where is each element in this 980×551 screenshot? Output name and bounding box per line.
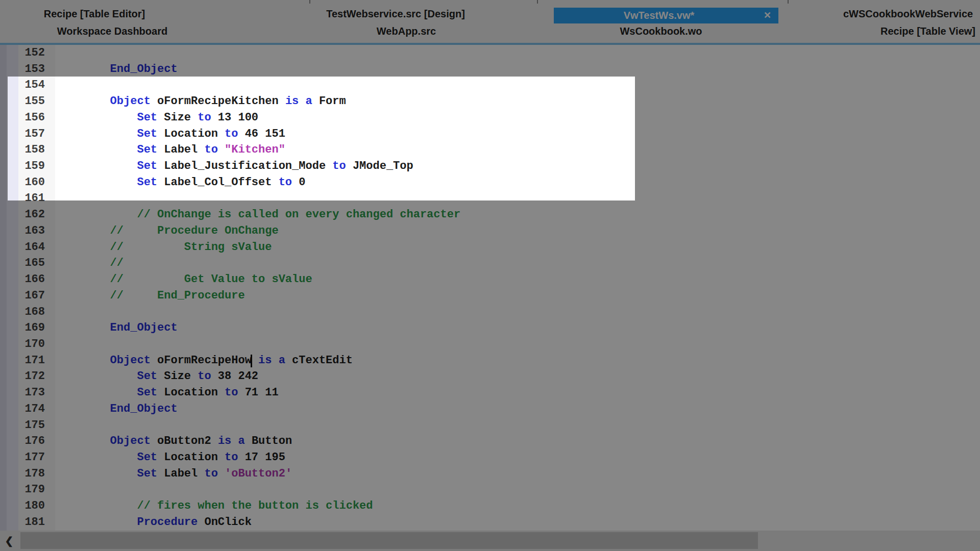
code-token-n: 17 195 [245, 451, 285, 464]
line-number: 175 [0, 417, 55, 434]
code-token-k: is a [285, 95, 319, 108]
line-number: 164 [0, 239, 55, 256]
code-line[interactable]: 163 // Procedure OnChange [0, 223, 980, 239]
code-line[interactable]: 152 [0, 45, 980, 61]
code-line[interactable]: 165 // [0, 255, 980, 271]
tab-wscookbook-wo[interactable]: WsCookbook.wo [620, 26, 702, 37]
line-number: 158 [0, 142, 55, 158]
code-token-k: End_Object [56, 321, 178, 334]
code-token-i: Label_Justification_Mode [164, 160, 332, 172]
horizontal-scrollbar[interactable]: ❮ [0, 531, 980, 551]
code-line[interactable]: 160 Set Label_Col_Offset to 0 [0, 174, 980, 191]
code-line[interactable]: 172 Set Size to 38 242 [0, 368, 980, 385]
code-line[interactable]: 153 End_Object [0, 61, 980, 78]
tab-cwscookbook-webservice[interactable]: cWSCookbookWebService [843, 8, 973, 20]
code-line-text: Set Label_Justification_Mode to JMode_To… [55, 158, 413, 174]
code-line[interactable]: 156 Set Size to 13 100 [0, 110, 980, 126]
code-line[interactable]: 166 // Get Value to sValue [0, 271, 980, 288]
code-token-k: Set [56, 176, 164, 189]
code-line[interactable]: 179 [0, 482, 980, 498]
code-token-n: 13 100 [218, 111, 258, 124]
code-token-k: Object [56, 95, 157, 108]
code-line[interactable]: 171 Object oFormRecipeHow is a cTextEdit [0, 353, 980, 369]
code-line[interactable]: 161 [0, 190, 980, 207]
code-token-k: Object [56, 354, 157, 367]
code-token-n: 46 151 [245, 128, 285, 140]
code-token-k: to [279, 176, 299, 189]
code-token-i: Size [164, 370, 198, 383]
code-token-k: Set [56, 143, 164, 156]
code-line[interactable]: 169 End_Object [0, 320, 980, 336]
code-line[interactable]: 167 // End_Procedure [0, 288, 980, 304]
code-token-k: Set [56, 111, 164, 124]
code-token-c: // Procedure OnChange [56, 224, 279, 237]
code-token-i: Location [164, 386, 225, 399]
line-number: 160 [0, 174, 55, 191]
code-token-s: 'oButton2' [225, 467, 292, 480]
code-line[interactable]: 159 Set Label_Justification_Mode to JMod… [0, 158, 980, 174]
code-line-text: // End_Procedure [55, 288, 245, 304]
line-number: 178 [0, 466, 55, 482]
line-number: 180 [0, 498, 55, 514]
code-token-n: 71 11 [245, 386, 279, 399]
chevron-left-icon: ❮ [5, 535, 14, 547]
code-line-text: End_Object [55, 401, 178, 417]
code-line[interactable]: 173 Set Location to 71 11 [0, 385, 980, 401]
code-token-c: // End_Procedure [56, 289, 245, 302]
tab-recipe-table-editor[interactable]: Recipe [Table Editor] [44, 8, 145, 20]
code-token-k: to [198, 111, 218, 124]
code-line[interactable]: 175 [0, 417, 980, 434]
line-number: 173 [0, 385, 55, 401]
line-number: 176 [0, 433, 55, 449]
code-line[interactable]: 176 Object oButton2 is a Button [0, 433, 980, 449]
code-token-c: // [56, 257, 124, 269]
line-number: 159 [0, 158, 55, 174]
code-line-text: Set Location to 17 195 [55, 449, 285, 466]
code-line[interactable]: 162 // OnChange is called on every chang… [0, 207, 980, 223]
code-line[interactable]: 155 Object oFormRecipeKitchen is a Form [0, 93, 980, 110]
code-line[interactable]: 178 Set Label to 'oButton2' [0, 466, 980, 482]
code-token-k: Set [56, 467, 164, 480]
code-editor[interactable]: 152153 End_Object154155 Object oFormReci… [0, 45, 980, 531]
tab-workspace-dashboard[interactable]: Workspace Dashboard [57, 26, 167, 37]
code-token-i: cTextEdit [292, 354, 353, 367]
scrollbar-thumb[interactable] [20, 532, 758, 549]
code-line-text: Set Location to 46 151 [55, 126, 285, 142]
code-line[interactable]: 157 Set Location to 46 151 [0, 126, 980, 142]
code-line[interactable]: 164 // String sValue [0, 239, 980, 256]
code-token-k: Object [56, 435, 157, 447]
line-number: 165 [0, 255, 55, 271]
code-token-i: Label [164, 467, 204, 480]
code-token-i: Location [164, 451, 225, 464]
code-token-i: Label [164, 143, 204, 156]
code-line-text: Procedure OnClick [55, 514, 252, 531]
close-icon[interactable]: ✕ [764, 10, 771, 21]
code-line-text: Set Location to 71 11 [55, 385, 279, 401]
tab-label: VwTestWs.vw* [624, 10, 695, 21]
code-token-k: to [198, 370, 218, 383]
scroll-left-button[interactable]: ❮ [0, 531, 18, 551]
line-number: 166 [0, 271, 55, 288]
code-token-k: End_Object [56, 403, 178, 415]
code-line-text: // Get Value to sValue [55, 271, 312, 288]
code-line[interactable]: 170 [0, 336, 980, 353]
code-line[interactable]: 158 Set Label to "Kitchen" [0, 142, 980, 158]
code-line[interactable]: 154 [0, 77, 980, 93]
code-token-i: Location [164, 128, 225, 140]
code-token-k: Procedure [56, 516, 204, 529]
code-token-c: // OnChange is called on every changed c… [56, 208, 460, 221]
code-line[interactable]: 168 [0, 304, 980, 320]
code-token-i: oFormRecipeHow [157, 354, 252, 367]
code-line-text: Set Label_Col_Offset to 0 [55, 174, 305, 191]
tab-testwebservice-src-design[interactable]: TestWebservice.src [Design] [326, 8, 465, 20]
code-line[interactable]: 174 End_Object [0, 401, 980, 417]
code-token-k: Set [56, 128, 164, 140]
tab-vwtestws-vw-active[interactable]: VwTestWs.vw*✕ [554, 8, 778, 23]
line-number: 162 [0, 207, 55, 223]
code-token-i: JMode_Top [353, 160, 413, 172]
tab-webapp-src[interactable]: WebApp.src [377, 26, 436, 37]
code-line[interactable]: 180 // fires when the button is clicked [0, 498, 980, 514]
code-line[interactable]: 181 Procedure OnClick [0, 514, 980, 531]
tab-recipe-table-view[interactable]: Recipe [Table View] [880, 26, 975, 37]
code-line[interactable]: 177 Set Location to 17 195 [0, 449, 980, 466]
